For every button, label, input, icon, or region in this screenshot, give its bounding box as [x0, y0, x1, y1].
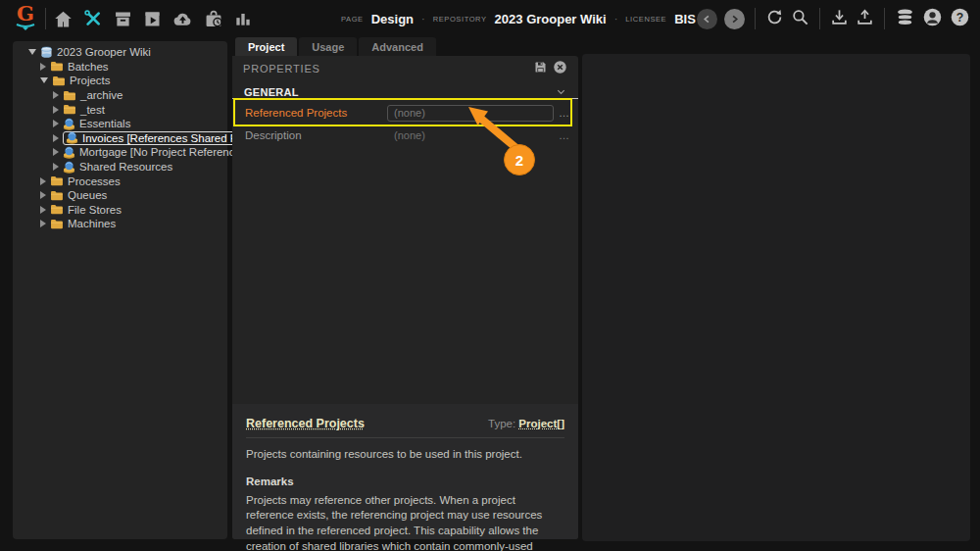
property-label: Description	[232, 129, 387, 141]
home-icon[interactable]	[53, 9, 74, 29]
grooper-logo[interactable]: G	[12, 2, 39, 35]
upload-icon[interactable]	[856, 8, 874, 30]
tree-item-mortgage[interactable]: Mortgage [No Project References]	[13, 145, 227, 160]
tree-item-projects[interactable]: Projects	[13, 74, 227, 88]
expander-collapsed-icon[interactable]	[53, 163, 59, 171]
tree-item-machines[interactable]: Machines	[13, 217, 227, 231]
refresh-icon[interactable]	[765, 8, 784, 30]
tree-item-label: Shared Resources	[79, 161, 172, 173]
tree-item-label: _archive	[80, 89, 122, 101]
database-icon[interactable]	[895, 7, 915, 31]
project-icon	[63, 118, 75, 130]
expander-collapsed-icon[interactable]	[53, 134, 59, 142]
expander-collapsed-icon[interactable]	[53, 148, 59, 156]
tree-item-archive[interactable]: _archive	[13, 88, 227, 103]
box-play-icon[interactable]	[142, 9, 163, 29]
tree-item-label: 2023 Grooper Wiki	[57, 46, 151, 58]
description-value[interactable]: (none)	[387, 129, 554, 141]
toolbar-divider	[819, 8, 820, 29]
help-type: Type: Project[]	[488, 418, 564, 429]
expander-collapsed-icon[interactable]	[40, 206, 46, 214]
repository-icon	[40, 46, 53, 59]
svg-text:?: ?	[956, 10, 963, 24]
repository-label: REPOSITORY	[433, 15, 487, 24]
ellipsis-button[interactable]: …	[559, 129, 578, 141]
expander-collapsed-icon[interactable]	[53, 91, 59, 99]
breadcrumb: PAGE Design · REPOSITORY 2023 Grooper Wi…	[341, 0, 696, 37]
referenced-projects-value-field[interactable]: (none)	[387, 105, 554, 122]
tree-item-label: Mortgage [No Project References]	[79, 146, 250, 158]
tree-item-file-stores[interactable]: File Stores	[13, 203, 227, 218]
tab-label: Project	[248, 41, 284, 53]
tree-item-label: File Stores	[68, 204, 122, 216]
tab-label: Advanced	[371, 41, 423, 53]
folder-icon	[50, 61, 64, 72]
help-icon[interactable]: ?	[950, 7, 970, 31]
expander-expanded-icon[interactable]	[28, 49, 36, 55]
top-toolbar: G	[0, 0, 980, 37]
tree-item-queues[interactable]: Queues	[13, 188, 227, 203]
help-remarks-text: Projects may reference other projects. W…	[246, 493, 564, 551]
tree-item-label: Batches	[68, 61, 109, 73]
user-icon[interactable]	[922, 7, 943, 31]
tree-item-test[interactable]: _test	[13, 102, 227, 117]
close-icon[interactable]	[553, 60, 567, 78]
folder-icon	[50, 175, 64, 186]
property-label: Referenced Projects	[232, 107, 387, 119]
jobs-briefcase-clock-icon[interactable]	[203, 9, 224, 29]
tree-item-repository-root[interactable]: 2023 Grooper Wiki	[13, 45, 227, 60]
repository-value[interactable]: 2023 Grooper Wiki	[495, 12, 607, 26]
property-row-description[interactable]: Description (none) …	[232, 126, 578, 144]
tree-item-label: _test	[80, 104, 105, 116]
grooper-design-window: G	[0, 0, 980, 551]
help-remarks-label: Remarks	[246, 476, 564, 487]
expander-collapsed-icon[interactable]	[53, 120, 59, 127]
tree-item-invoices[interactable]: Invoices [References Shared Resources]	[13, 131, 227, 146]
search-icon[interactable]	[791, 8, 809, 30]
licensee-label: LICENSEE	[625, 15, 666, 24]
ellipsis-button[interactable]: …	[559, 107, 578, 119]
page-value[interactable]: Design	[371, 12, 414, 26]
folder-icon	[50, 219, 64, 229]
tree-item-shared-resources[interactable]: Shared Resources	[13, 160, 227, 175]
save-icon[interactable]	[533, 60, 548, 78]
expander-expanded-icon[interactable]	[40, 77, 48, 83]
expander-collapsed-icon[interactable]	[40, 191, 46, 199]
property-row-referenced-projects[interactable]: Referenced Projects (none) …	[232, 99, 578, 126]
expander-collapsed-icon[interactable]	[40, 220, 46, 227]
tree-item-batches[interactable]: Batches	[13, 60, 227, 75]
tree-item-label: Processes	[68, 175, 121, 187]
cloud-upload-icon[interactable]	[172, 9, 194, 29]
download-icon[interactable]	[830, 8, 849, 30]
licensee-value: BIS	[674, 12, 696, 26]
toolbar-divider	[884, 8, 885, 29]
forward-icon[interactable]	[724, 9, 745, 29]
tree-item-processes[interactable]: Processes	[13, 174, 227, 188]
tab-advanced[interactable]: Advanced	[359, 37, 436, 56]
help-type-link[interactable]: Project[]	[518, 418, 564, 429]
tab-project[interactable]: Project	[235, 37, 297, 56]
separator-dot: ·	[421, 13, 425, 25]
tree-item-essentials[interactable]: Essentials	[13, 117, 227, 131]
expander-collapsed-icon[interactable]	[40, 63, 46, 71]
help-title: Referenced Projects	[246, 417, 488, 430]
help-type-label: Type:	[488, 418, 515, 429]
design-tools-icon[interactable]	[82, 8, 104, 29]
folder-icon	[63, 90, 76, 101]
back-icon[interactable]	[697, 9, 717, 29]
tab-usage[interactable]: Usage	[299, 37, 357, 56]
expander-collapsed-icon[interactable]	[40, 177, 46, 185]
toolbar-divider	[45, 8, 46, 29]
section-general-header[interactable]: GENERAL	[232, 86, 578, 99]
expander-collapsed-icon[interactable]	[53, 106, 59, 114]
project-icon	[66, 131, 78, 144]
properties-toolbar: PROPERTIES	[232, 56, 578, 81]
separator-dot: ·	[614, 13, 618, 25]
properties-title: PROPERTIES	[243, 63, 533, 75]
tree-item-label: Queues	[68, 189, 107, 201]
help-divider	[246, 437, 564, 438]
stats-bar-chart-icon[interactable]	[233, 9, 253, 28]
batches-box-icon[interactable]	[113, 9, 133, 29]
property-panel: PROPERTIES GENERAL	[232, 56, 578, 539]
tree-item-label: Projects	[70, 75, 111, 86]
